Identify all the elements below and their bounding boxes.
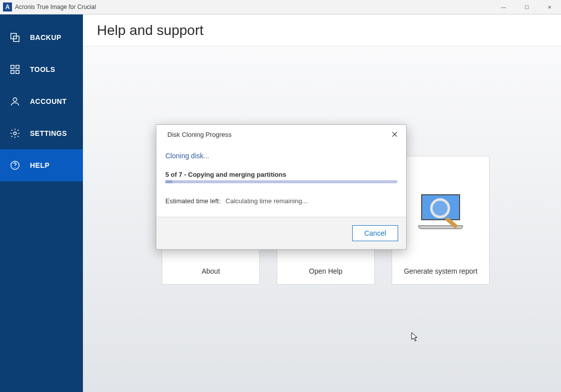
- dialog-footer: Cancel: [156, 217, 406, 249]
- app-logo: A: [3, 2, 12, 11]
- sidebar-item-label: HELP: [30, 161, 49, 169]
- cancel-button[interactable]: Cancel: [352, 225, 398, 241]
- maximize-button[interactable]: ☐: [515, 0, 538, 14]
- svg-rect-2: [11, 65, 14, 68]
- svg-rect-5: [16, 70, 19, 73]
- main-content: Help and support About Open Help: [83, 14, 561, 392]
- sidebar-item-label: SETTINGS: [30, 129, 67, 137]
- svg-point-6: [13, 98, 16, 101]
- card-label: About: [202, 267, 220, 275]
- svg-rect-3: [16, 65, 19, 68]
- sidebar-item-help[interactable]: HELP: [0, 149, 83, 181]
- step-text: 5 of 7 - Copying and merging partitions: [165, 171, 397, 178]
- estimated-time-value: Calculating time remaining...: [226, 197, 308, 205]
- cloning-status: Cloning disk...: [165, 152, 397, 160]
- sidebar-item-backup[interactable]: BACKUP: [0, 21, 83, 53]
- card-label: Open Help: [309, 267, 343, 275]
- card-label: Generate system report: [404, 267, 477, 275]
- svg-rect-4: [11, 70, 14, 73]
- sidebar-item-label: TOOLS: [30, 65, 55, 73]
- dialog-header: Disk Cloning Progress: [156, 125, 406, 142]
- progress-bar: [165, 180, 397, 183]
- dialog-body: Cloning disk... 5 of 7 - Copying and mer…: [156, 142, 406, 217]
- mouse-cursor: [411, 332, 419, 344]
- minimize-button[interactable]: —: [492, 0, 515, 14]
- system-report-illustration: [418, 156, 463, 267]
- svg-point-9: [14, 167, 15, 168]
- svg-point-7: [13, 132, 16, 135]
- settings-icon: [9, 127, 21, 139]
- backup-icon: [9, 31, 21, 43]
- window-controls: — ☐ ✕: [492, 0, 561, 14]
- dialog-title: Disk Cloning Progress: [167, 131, 232, 138]
- account-icon: [9, 95, 21, 107]
- progress-fill: [165, 180, 172, 183]
- tools-icon: [9, 63, 21, 75]
- sidebar-item-label: BACKUP: [30, 33, 61, 41]
- sidebar-item-account[interactable]: ACCOUNT: [0, 85, 83, 117]
- page-title: Help and support: [97, 22, 203, 38]
- help-icon: [9, 159, 21, 171]
- titlebar: A Acronis True Image for Crucial — ☐ ✕: [0, 0, 561, 14]
- sidebar-item-tools[interactable]: TOOLS: [0, 53, 83, 85]
- sidebar: BACKUP TOOLS ACCOUNT SETTINGS HELP: [0, 14, 83, 392]
- dialog-close-button[interactable]: [390, 130, 399, 139]
- sidebar-item-label: ACCOUNT: [30, 97, 67, 105]
- disk-cloning-dialog: Disk Cloning Progress Cloning disk... 5 …: [156, 124, 407, 250]
- window-title: Acronis True Image for Crucial: [15, 3, 96, 10]
- estimated-time-row: Estimated time left: Calculating time re…: [165, 197, 397, 205]
- close-icon: [392, 131, 398, 137]
- sidebar-item-settings[interactable]: SETTINGS: [0, 117, 83, 149]
- main-header: Help and support: [83, 14, 561, 46]
- estimated-time-label: Estimated time left:: [165, 197, 221, 205]
- close-button[interactable]: ✕: [538, 0, 561, 14]
